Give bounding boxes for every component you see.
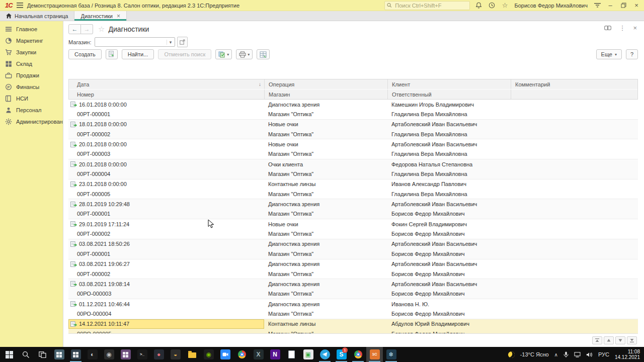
cell-client[interactable]: Федорова Наталья Степановна bbox=[387, 159, 511, 169]
cell-client[interactable]: Артаболевский Иван Васильевич bbox=[387, 259, 511, 269]
scroll-top-button[interactable] bbox=[592, 336, 602, 344]
set-period-button[interactable]: ▾ bbox=[215, 49, 232, 59]
table-row[interactable]: 23.01.2018 0:00:00Контактные линзыИванов… bbox=[68, 179, 638, 199]
store-choose-button[interactable] bbox=[177, 37, 188, 47]
add-favorite-icon[interactable]: ☆ bbox=[98, 25, 105, 34]
cell-number[interactable]: 00РТ-000004 bbox=[68, 169, 264, 178]
scroll-bottom-button[interactable] bbox=[627, 336, 637, 344]
cell-store[interactable]: Магазин "Оптика" bbox=[264, 289, 387, 299]
current-user[interactable]: Борисов Федор Михайлович bbox=[514, 3, 588, 9]
cell-operation[interactable]: Диагностика зрения bbox=[264, 259, 387, 269]
cell-number[interactable]: 00РТ-000003 bbox=[68, 149, 264, 159]
cell-number[interactable]: 00РТ-000002 bbox=[68, 269, 264, 279]
camera-app-icon[interactable]: ◉ bbox=[101, 347, 117, 362]
create-by-copy-button[interactable] bbox=[106, 49, 118, 59]
cell-date[interactable]: 20.01.2018 0:00:00 bbox=[68, 139, 264, 149]
cell-store[interactable]: Магазин "Оптика" bbox=[264, 309, 387, 318]
start-button[interactable] bbox=[1, 347, 18, 362]
column-header-responsible[interactable]: Ответственный bbox=[388, 89, 511, 99]
cell-responsible[interactable]: Борисов Федор Михайлович bbox=[387, 289, 511, 299]
cell-comment-2[interactable] bbox=[511, 129, 638, 139]
nav-back-button[interactable]: ← bbox=[68, 24, 81, 34]
column-header-store[interactable]: Магазин bbox=[265, 89, 388, 99]
cell-responsible[interactable]: Борисов Федор Михайлович bbox=[387, 269, 511, 279]
restore-button[interactable] bbox=[619, 1, 628, 10]
calculator-app-icon[interactable] bbox=[67, 347, 84, 362]
cell-number[interactable]: 00РО-000004 bbox=[68, 309, 264, 318]
table-row[interactable]: 03.08.2021 19:08:14Диагностика зренияАрт… bbox=[68, 279, 638, 299]
cell-store[interactable]: Магазин "Оптика" bbox=[264, 249, 387, 258]
skype-app-icon[interactable]: S1 bbox=[333, 347, 350, 362]
sidebar-item-purchases[interactable]: Закупки bbox=[0, 46, 63, 58]
language-indicator[interactable]: РУС bbox=[598, 351, 609, 357]
cell-store[interactable]: Магазин "Оптика" bbox=[264, 229, 387, 238]
cell-comment[interactable] bbox=[511, 159, 638, 169]
cell-comment-2[interactable] bbox=[511, 109, 638, 119]
cell-responsible[interactable]: Гладилина Вера Михайловна bbox=[387, 129, 511, 139]
global-search[interactable] bbox=[384, 1, 470, 10]
tab-diagnostics[interactable]: Диагностики × bbox=[74, 11, 127, 21]
snowflake-app-icon[interactable]: ❄ bbox=[383, 347, 399, 362]
combo-dropdown-icon[interactable]: ▾ bbox=[167, 40, 175, 45]
cell-number[interactable]: 00РТ-000001 bbox=[68, 109, 264, 119]
sidebar-item-warehouse[interactable]: Склад bbox=[0, 58, 63, 69]
cell-comment[interactable] bbox=[511, 319, 638, 329]
cell-date[interactable]: 16.01.2018 0:00:00 bbox=[68, 100, 264, 109]
sidebar-item-nsi[interactable]: НСИ bbox=[0, 93, 63, 104]
cell-date[interactable]: 01.12.2021 10:46:44 bbox=[68, 299, 264, 309]
create-button[interactable]: Создать bbox=[68, 49, 102, 59]
print-button[interactable]: ▾ bbox=[236, 49, 253, 59]
cell-comment[interactable] bbox=[511, 120, 638, 129]
cell-responsible[interactable]: Гладилина Вера Михайловна bbox=[387, 169, 511, 178]
find-button[interactable]: Найти... bbox=[122, 49, 154, 59]
cell-date[interactable]: 03.08.2021 19:06:27 bbox=[68, 259, 264, 269]
close-form-icon[interactable]: × bbox=[633, 25, 637, 31]
weather-widget[interactable]: -13°C Ясно bbox=[520, 351, 549, 357]
main-menu-icon[interactable] bbox=[17, 3, 23, 8]
cell-store[interactable]: Магазин "Оптика" bbox=[264, 169, 387, 178]
cell-comment-2[interactable] bbox=[511, 229, 638, 238]
sidebar-item-finance[interactable]: PФинансы bbox=[0, 81, 63, 93]
cell-client[interactable]: Фокин Сергей Владимирович bbox=[387, 219, 511, 229]
cell-responsible[interactable]: Борисов Федор Михайлович bbox=[387, 249, 511, 258]
cell-comment-2[interactable] bbox=[511, 309, 638, 318]
collage-app-icon[interactable] bbox=[117, 347, 134, 362]
cell-comment-2[interactable] bbox=[511, 209, 638, 219]
cell-date[interactable]: 20.01.2018 0:00:00 bbox=[68, 159, 264, 169]
cell-store[interactable]: Магазин "Оптика" bbox=[264, 129, 387, 139]
favorites-icon[interactable]: ☆ bbox=[500, 1, 509, 10]
cell-responsible[interactable]: Борисов Федор Михайлович bbox=[387, 329, 511, 333]
cell-date[interactable]: 14.12.2021 10:11:47 bbox=[68, 319, 264, 329]
cell-comment-2[interactable] bbox=[511, 289, 638, 299]
cell-store[interactable]: Магазин "Оптика" bbox=[264, 269, 387, 279]
cell-client[interactable]: Камешкин Игорь Владимирович bbox=[387, 100, 511, 109]
browser-app-icon[interactable] bbox=[350, 347, 366, 362]
paint-app-icon[interactable]: ◒ bbox=[167, 347, 184, 362]
cell-client[interactable]: Иванова Н. Ю. bbox=[387, 299, 511, 309]
output-list-button[interactable] bbox=[257, 49, 270, 59]
cell-date[interactable]: 29.01.2019 17:11:24 bbox=[68, 219, 264, 229]
cell-operation[interactable]: Контактные линзы bbox=[264, 179, 387, 189]
cell-comment-2[interactable] bbox=[511, 269, 638, 279]
cell-store[interactable]: Магазин "Оптика" bbox=[264, 329, 387, 333]
table-row[interactable]: 20.01.2018 0:00:00Очки клиентаФедорова Н… bbox=[68, 159, 638, 179]
cell-client[interactable]: Артаболевский Иван Васильевич bbox=[387, 199, 511, 209]
close-tab-icon[interactable]: × bbox=[117, 13, 120, 20]
1c-app-icon[interactable]: 1С bbox=[366, 347, 383, 362]
column-header-comment[interactable]: Комментарий bbox=[511, 79, 637, 89]
cell-number[interactable]: 00РО-000005 bbox=[68, 329, 264, 333]
more-button[interactable]: Еще ▾ bbox=[596, 49, 622, 59]
chrome-app-icon[interactable] bbox=[233, 347, 250, 362]
table-row[interactable]: 29.01.2019 17:11:24Новые очкиФокин Серге… bbox=[68, 219, 638, 239]
close-window-button[interactable]: × bbox=[632, 1, 641, 10]
cell-comment-2[interactable] bbox=[511, 149, 638, 159]
column-header-operation[interactable]: Операция bbox=[265, 79, 388, 89]
cell-operation[interactable]: Очки клиента bbox=[264, 159, 387, 169]
cell-number[interactable]: 00РТ-000005 bbox=[68, 189, 264, 199]
history-icon[interactable] bbox=[487, 1, 496, 10]
sidebar-item-marketing[interactable]: Маркетинг bbox=[0, 35, 63, 46]
cell-operation[interactable]: Новые очки bbox=[264, 120, 387, 129]
store-filter-combobox[interactable]: ▾ bbox=[95, 37, 175, 47]
cell-comment[interactable] bbox=[511, 199, 638, 209]
minimize-button[interactable]: – bbox=[606, 1, 615, 10]
